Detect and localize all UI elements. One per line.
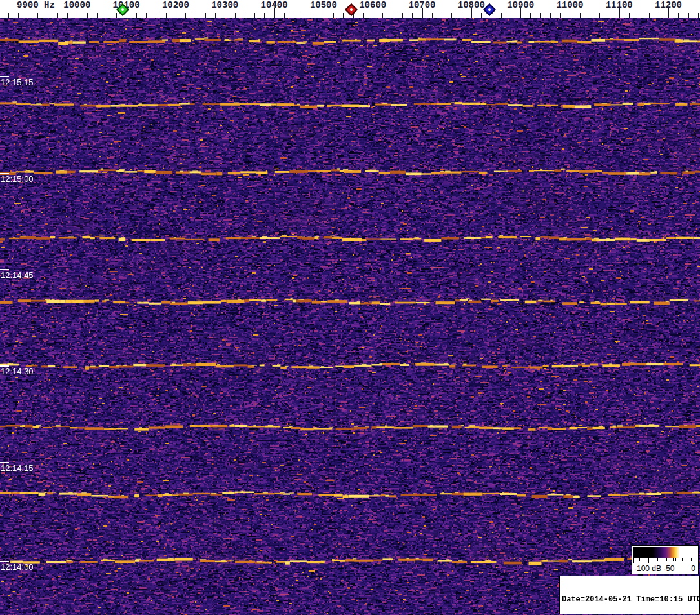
info-box: Date=2014-05-21 Time=10:15 UTC Freq=143 …: [559, 576, 700, 614]
freq-tick: [629, 13, 630, 18]
colorbar-labels: -100 dB -50 0: [633, 565, 697, 574]
freq-tick: [116, 13, 117, 18]
freq-tick: [580, 13, 581, 18]
freq-tick: [235, 13, 236, 18]
freq-tick: [18, 13, 19, 18]
freq-tick: [254, 13, 255, 18]
colorbar-tick: [685, 558, 685, 561]
colorbar-ticks: [633, 558, 697, 563]
freq-tick: [462, 13, 462, 18]
freq-tick: [264, 13, 265, 18]
colorbar-tick: [666, 558, 667, 561]
colorbar-tick: [679, 558, 679, 563]
freq-tick: [304, 13, 304, 18]
time-label: 12:14:00: [1, 562, 34, 572]
freq-label: 11000: [556, 0, 583, 10]
colorbar-tick: [637, 558, 637, 561]
freq-tick: [511, 13, 511, 18]
marker-center-dot: [349, 8, 353, 12]
freq-tick: [343, 13, 344, 18]
freq-tick: [156, 13, 156, 18]
freq-tick: [560, 13, 561, 18]
freq-label: 10700: [408, 0, 435, 10]
freq-tick: [649, 13, 650, 18]
freq-tick: [599, 13, 600, 18]
colorbar-tick: [646, 558, 646, 561]
info-line-date: Date=2014-05-21 Time=10:15 UTC: [562, 595, 697, 604]
colorbar-label-min: -100 dB: [634, 564, 661, 573]
freq-tick: [402, 13, 403, 18]
blue-diamond-marker[interactable]: [483, 3, 496, 16]
freq-tick: [382, 13, 383, 18]
time-label: 12:14:45: [1, 270, 34, 280]
freq-tick: [442, 13, 442, 18]
freq-tick: [37, 13, 38, 18]
freq-tick: [412, 13, 413, 18]
freq-tick: [540, 13, 541, 18]
freq-tick: [550, 13, 551, 18]
freq-tick: [48, 13, 48, 18]
freq-tick: [363, 13, 364, 18]
freq-tick: [481, 13, 482, 18]
colorbar-gradient: [633, 547, 697, 558]
freq-label: 10400: [261, 0, 288, 10]
freq-tick: [284, 13, 285, 18]
freq-tick: [590, 13, 590, 18]
time-label: 12:15:00: [1, 174, 34, 184]
freq-label: 9900 Hz: [17, 0, 55, 10]
colorbar-legend: -100 dB -50 0: [632, 545, 699, 574]
freq-tick: [215, 13, 216, 18]
freq-tick: [196, 13, 196, 18]
freq-tick: [67, 13, 68, 18]
freq-tick: [205, 13, 206, 18]
freq-tick: [451, 13, 452, 18]
colorbar-tick: [675, 558, 676, 561]
red-diamond-marker[interactable]: [345, 3, 358, 16]
freq-tick: [333, 13, 334, 18]
freq-tick: [501, 13, 502, 18]
freq-tick: [393, 13, 393, 18]
freq-label: 11100: [606, 0, 633, 10]
freq-tick: [698, 13, 699, 18]
time-label: 12:14:30: [1, 367, 34, 376]
colorbar-tick: [664, 558, 664, 563]
colorbar-tick: [643, 558, 643, 561]
colorbar-tick: [694, 558, 694, 563]
freq-tick: [678, 13, 679, 18]
colorbar-label-max: 0: [691, 564, 695, 573]
colorbar-tick: [697, 558, 697, 561]
freq-label: 10800: [458, 0, 485, 10]
colorbar-tick: [688, 558, 688, 561]
freq-label: 10500: [310, 0, 337, 10]
colorbar-tick: [652, 558, 652, 561]
freq-tick: [314, 13, 314, 18]
freq-tick: [294, 13, 294, 18]
colorbar-tick: [655, 558, 655, 561]
time-label: 12:15:15: [1, 77, 34, 87]
colorbar-tick: [633, 558, 634, 563]
colorbar-tick: [639, 558, 640, 561]
colorbar-tick: [661, 558, 661, 561]
colorbar-tick: [691, 558, 692, 561]
marker-center-dot: [488, 8, 491, 12]
freq-tick: [57, 13, 58, 18]
freq-tick: [185, 13, 186, 18]
freq-label: 10900: [507, 0, 534, 10]
freq-tick: [8, 13, 9, 18]
freq-tick: [107, 13, 107, 18]
freq-tick: [688, 13, 689, 18]
colorbar-label-mid: -50: [663, 564, 674, 573]
colorbar-tick: [673, 558, 674, 561]
spectrogram-canvas: [0, 18, 700, 615]
freq-tick: [166, 13, 167, 18]
freq-tick: [432, 13, 433, 18]
freq-label: 10600: [359, 0, 386, 10]
freq-tick: [97, 13, 98, 18]
freq-tick: [87, 13, 88, 18]
colorbar-tick: [657, 558, 658, 561]
frequency-ruler: 9900 Hz100001010010200103001040010500106…: [0, 0, 700, 18]
freq-label: 10000: [63, 0, 90, 10]
freq-tick: [530, 13, 531, 18]
freq-tick: [610, 13, 610, 18]
colorbar-tick: [648, 558, 649, 563]
